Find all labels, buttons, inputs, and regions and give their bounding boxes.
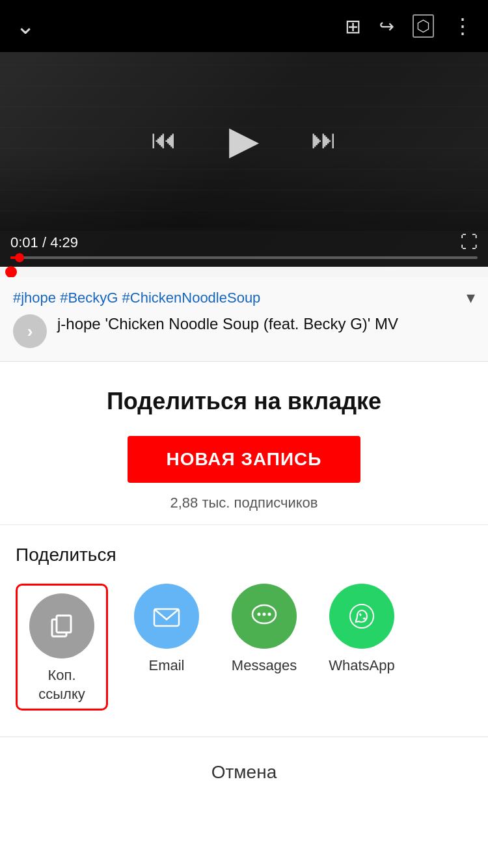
- whatsapp-icon: [329, 584, 394, 649]
- copy-link-item[interactable]: Коп.ссылку: [23, 593, 101, 703]
- video-current-time: 0:01 / 4:29: [10, 234, 78, 251]
- video-title: j-hope 'Chicken Noodle Soup (feat. Becky…: [57, 313, 398, 335]
- video-info-section: #jhope #BeckyG #ChickenNoodleSoup ▾ › j-…: [0, 277, 488, 362]
- prev-track-icon[interactable]: ⏮: [151, 125, 177, 154]
- whatsapp-share-item[interactable]: WhatsApp: [323, 584, 401, 711]
- svg-point-4: [258, 613, 261, 616]
- svg-point-5: [263, 613, 266, 616]
- messages-share-item[interactable]: Messages: [225, 584, 303, 711]
- tags-chevron-icon[interactable]: ▾: [467, 288, 475, 308]
- channel-chevron-icon: ›: [27, 321, 33, 342]
- share-apps-row: Коп.ссылку Email: [16, 584, 472, 724]
- svg-point-7: [350, 604, 373, 628]
- email-label: Email: [148, 657, 184, 675]
- copy-link-wrapper: Коп.ссылку: [16, 584, 108, 711]
- cast-icon[interactable]: ⬡: [413, 14, 434, 38]
- video-tags: #jhope #BeckyG #ChickenNoodleSoup ▾: [13, 288, 475, 308]
- next-track-icon[interactable]: ⏭: [311, 125, 337, 154]
- messages-label: Messages: [232, 657, 297, 675]
- svg-point-6: [268, 613, 271, 616]
- copy-link-icon: [29, 593, 94, 658]
- subscribers-count: 2,88 тыс. подписчиков: [16, 495, 472, 511]
- email-icon: [134, 584, 199, 649]
- share-tab-section: Поделиться на вкладке НОВАЯ ЗАПИСЬ 2,88 …: [0, 362, 488, 525]
- progress-row: [0, 267, 488, 277]
- add-to-queue-icon[interactable]: ⊞: [345, 15, 361, 38]
- share-section: Поделиться Коп.ссылку: [0, 525, 488, 730]
- channel-icon[interactable]: ›: [13, 314, 47, 348]
- share-tab-title: Поделиться на вкладке: [16, 388, 472, 415]
- copy-link-label: Коп.ссылку: [38, 666, 85, 703]
- svg-rect-1: [57, 616, 71, 632]
- copy-icon-svg: [47, 611, 77, 641]
- cancel-button[interactable]: Отмена: [211, 762, 277, 782]
- video-player[interactable]: ⏮ ▶ ⏭ 0:01 / 4:29 ⛶: [0, 52, 488, 267]
- cancel-section: Отмена: [0, 744, 488, 801]
- share-label: Поделиться: [16, 545, 472, 565]
- new-record-button[interactable]: НОВАЯ ЗАПИСЬ: [128, 436, 361, 483]
- top-bar: ⌄ ⊞ ↩ ⬡ ⋮: [0, 0, 488, 52]
- chevron-down-icon[interactable]: ⌄: [16, 12, 35, 40]
- messages-icon: [232, 584, 297, 649]
- fullscreen-icon[interactable]: ⛶: [461, 232, 478, 252]
- email-share-item[interactable]: Email: [128, 584, 206, 711]
- share-icon[interactable]: ↩: [379, 16, 394, 37]
- more-options-icon[interactable]: ⋮: [452, 14, 472, 38]
- play-button[interactable]: ▶: [229, 117, 259, 163]
- video-controls: ⏮ ▶ ⏭ 0:01 / 4:29 ⛶: [0, 52, 488, 267]
- divider: [0, 737, 488, 737]
- progress-dot: [15, 253, 24, 262]
- whatsapp-label: WhatsApp: [329, 657, 395, 675]
- video-progress-bar[interactable]: [10, 256, 478, 259]
- progress-indicator: [5, 266, 17, 278]
